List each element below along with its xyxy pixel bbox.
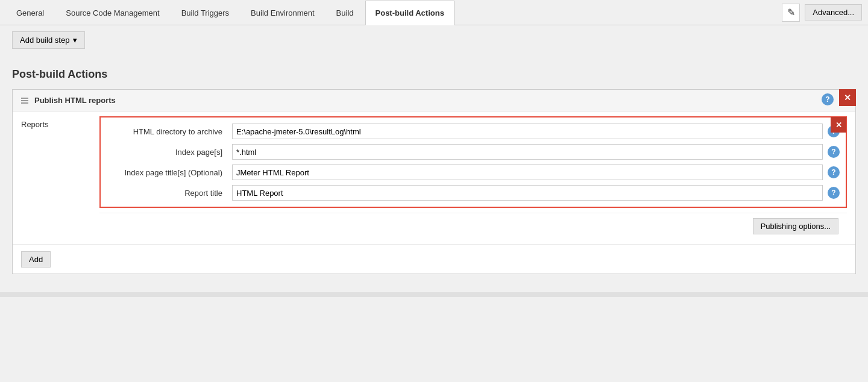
add-button[interactable]: Add (21, 251, 51, 268)
panel-title: Publish HTML reports (34, 96, 116, 105)
reports-content: ✕ HTML directory to archive ? Index page… (99, 116, 847, 239)
nav-tabs-right: ✎ Advanced... (782, 4, 862, 22)
tab-postbuild[interactable]: Post-build Actions (365, 1, 454, 25)
drag-line-3 (21, 102, 28, 104)
field-label-html-dir: HTML directory to archive (107, 127, 227, 136)
nav-tabs-left: General Source Code Management Build Tri… (6, 0, 456, 25)
nav-tabs: General Source Code Management Build Tri… (0, 0, 868, 25)
field-input-html-dir[interactable] (232, 124, 823, 139)
advanced-button[interactable]: Advanced... (805, 4, 862, 20)
tab-environment[interactable]: Build Environment (241, 0, 325, 25)
toolbar-area: Add build step ▾ (12, 31, 856, 58)
field-input-index-title[interactable] (232, 164, 823, 180)
panel-help-icon[interactable]: ? (822, 93, 834, 105)
panel-header: Publish HTML reports ✕ ? (13, 90, 855, 111)
publishing-options-button[interactable]: Publishing options... (753, 218, 838, 234)
field-label-index-title: Index page title[s] (Optional) (107, 168, 227, 177)
publishing-row: Publishing options... (99, 213, 847, 239)
drag-line-2 (21, 100, 28, 101)
edit-icon: ✎ (787, 7, 795, 18)
field-help-index-pages[interactable]: ? (828, 146, 840, 158)
drag-handle[interactable] (21, 98, 28, 104)
field-row-html-dir: HTML directory to archive ? (107, 124, 840, 139)
report-inner-close-button[interactable]: ✕ (831, 117, 846, 133)
field-row-report-title: Report title ? (107, 185, 840, 201)
drag-line-1 (21, 98, 28, 99)
panel-close-button[interactable]: ✕ (839, 89, 856, 106)
dropdown-arrow-icon: ▾ (73, 36, 77, 45)
edit-icon-button[interactable]: ✎ (782, 4, 800, 22)
section-title: Post-build Actions (12, 68, 856, 81)
publish-html-panel: Publish HTML reports ✕ ? Reports ✕ HTML … (12, 89, 856, 274)
field-row-index-pages: Index page[s] ? (107, 144, 840, 160)
field-row-index-title: Index page title[s] (Optional) ? (107, 164, 840, 180)
field-help-index-title[interactable]: ? (828, 166, 840, 178)
add-build-step-button[interactable]: Add build step ▾ (12, 31, 85, 49)
field-help-report-title[interactable]: ? (828, 187, 840, 199)
reports-label: Reports (21, 116, 93, 239)
tab-general[interactable]: General (6, 0, 54, 25)
bottom-scrollbar[interactable] (0, 292, 868, 297)
field-input-index-pages[interactable] (232, 144, 823, 160)
add-build-step-label: Add build step (20, 36, 69, 45)
tab-build[interactable]: Build (326, 0, 364, 25)
tab-scm[interactable]: Source Code Management (55, 0, 169, 25)
content-area: Add build step ▾ Post-build Actions Publ… (0, 25, 868, 286)
reports-section: Reports ✕ HTML directory to archive ? In… (13, 111, 855, 245)
field-label-report-title: Report title (107, 189, 227, 198)
fields-highlight-box: ✕ HTML directory to archive ? Index page… (99, 116, 847, 208)
add-row: Add (13, 245, 855, 274)
tab-triggers[interactable]: Build Triggers (171, 0, 239, 25)
field-label-index-pages: Index page[s] (107, 148, 227, 157)
field-input-report-title[interactable] (232, 185, 823, 201)
